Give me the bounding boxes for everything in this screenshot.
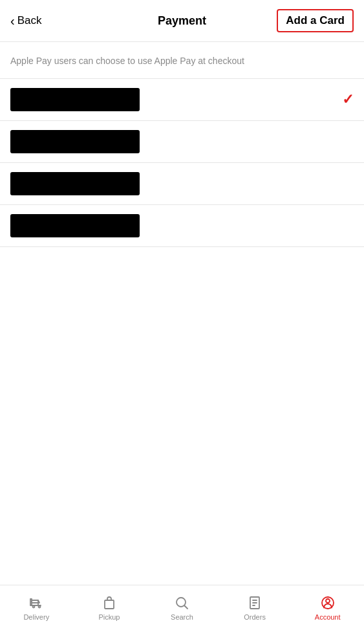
pickup-icon xyxy=(102,595,117,611)
pickup-label: Pickup xyxy=(98,613,120,621)
back-label: Back xyxy=(17,14,42,27)
back-chevron-icon: ‹ xyxy=(10,14,15,28)
account-label: Account xyxy=(315,613,341,621)
content-area: ✓ xyxy=(0,78,364,585)
back-button[interactable]: ‹ Back xyxy=(10,14,41,28)
svg-rect-2 xyxy=(105,600,114,609)
payment-row[interactable]: ✓ xyxy=(0,79,364,121)
page-title: Payment xyxy=(158,14,206,28)
nav-item-delivery[interactable]: Delivery xyxy=(0,585,73,630)
empty-space xyxy=(0,247,364,585)
search-icon xyxy=(174,595,189,611)
nav-item-pickup[interactable]: Pickup xyxy=(73,585,146,630)
selected-checkmark-icon: ✓ xyxy=(342,91,354,108)
card-block-1 xyxy=(10,88,140,111)
delivery-label: Delivery xyxy=(23,613,49,621)
orders-icon xyxy=(247,595,262,611)
add-card-button[interactable]: Add a Card xyxy=(277,9,354,32)
payment-row[interactable] xyxy=(0,163,364,205)
card-block-4 xyxy=(10,214,140,237)
orders-label: Orders xyxy=(244,613,266,621)
svg-point-0 xyxy=(33,605,35,607)
delivery-icon xyxy=(28,595,44,611)
payment-row[interactable] xyxy=(0,121,364,163)
card-block-3 xyxy=(10,172,140,195)
apple-pay-notice: Apple Pay users can choose to use Apple … xyxy=(0,42,364,78)
svg-point-10 xyxy=(326,599,330,603)
header: ‹ Back Payment Add a Card xyxy=(0,0,364,42)
payment-list: ✓ xyxy=(0,78,364,247)
nav-item-orders[interactable]: Orders xyxy=(219,585,292,630)
svg-line-4 xyxy=(185,605,188,609)
account-icon xyxy=(320,595,336,611)
nav-item-search[interactable]: Search xyxy=(145,585,219,630)
payment-row[interactable] xyxy=(0,205,364,247)
svg-point-1 xyxy=(39,605,41,607)
bottom-navigation: Delivery Pickup Search Orders xyxy=(0,585,364,630)
nav-item-account[interactable]: Account xyxy=(291,585,364,630)
search-label: Search xyxy=(171,613,193,621)
card-block-2 xyxy=(10,130,140,153)
